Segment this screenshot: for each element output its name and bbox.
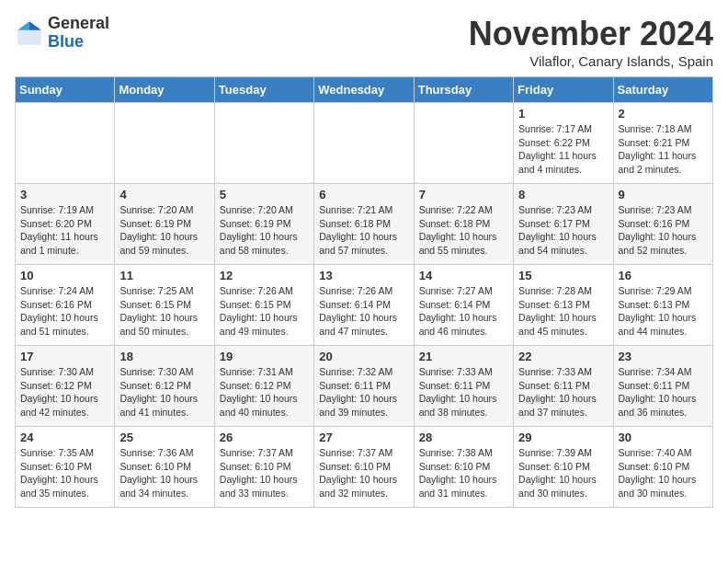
weekday-header-saturday: Saturday <box>613 77 712 103</box>
day-number: 16 <box>619 269 708 282</box>
day-info: Sunrise: 7:18 AMSunset: 6:21 PMDaylight:… <box>619 122 708 177</box>
calendar-cell: 4Sunrise: 7:20 AMSunset: 6:19 PMDaylight… <box>115 184 214 265</box>
location: Vilaflor, Canary Islands, Spain <box>469 53 713 69</box>
calendar-cell: 25Sunrise: 7:36 AMSunset: 6:10 PMDayligh… <box>115 427 214 508</box>
day-number: 13 <box>319 269 408 282</box>
day-number: 28 <box>419 431 508 444</box>
day-info: Sunrise: 7:35 AMSunset: 6:10 PMDaylight:… <box>20 446 109 500</box>
day-number: 17 <box>20 350 109 363</box>
day-number: 1 <box>518 107 608 121</box>
day-info: Sunrise: 7:24 AMSunset: 6:16 PMDaylight:… <box>20 284 109 339</box>
logo: General Blue <box>15 15 109 52</box>
weekday-header-monday: Monday <box>115 77 214 103</box>
day-info: Sunrise: 7:34 AMSunset: 6:11 PMDaylight:… <box>619 365 708 419</box>
title-block: November 2024 Vilaflor, Canary Islands, … <box>469 15 713 69</box>
calendar-cell: 10Sunrise: 7:24 AMSunset: 6:16 PMDayligh… <box>16 265 115 346</box>
day-number: 4 <box>119 188 209 201</box>
weekday-header-friday: Friday <box>514 77 613 103</box>
day-number: 15 <box>518 269 608 282</box>
day-info: Sunrise: 7:20 AMSunset: 6:19 PMDaylight:… <box>220 203 309 258</box>
calendar-cell: 19Sunrise: 7:31 AMSunset: 6:12 PMDayligh… <box>214 346 313 427</box>
day-info: Sunrise: 7:26 AMSunset: 6:14 PMDaylight:… <box>319 284 408 339</box>
month-title: November 2024 <box>469 15 713 53</box>
day-info: Sunrise: 7:19 AMSunset: 6:20 PMDaylight:… <box>20 203 109 258</box>
weekday-header-tuesday: Tuesday <box>214 77 313 103</box>
day-info: Sunrise: 7:37 AMSunset: 6:10 PMDaylight:… <box>220 446 309 500</box>
calendar-cell: 9Sunrise: 7:23 AMSunset: 6:16 PMDaylight… <box>613 184 712 265</box>
calendar-cell: 29Sunrise: 7:39 AMSunset: 6:10 PMDayligh… <box>514 427 613 508</box>
calendar-cell: 3Sunrise: 7:19 AMSunset: 6:20 PMDaylight… <box>16 184 115 265</box>
calendar-cell: 12Sunrise: 7:26 AMSunset: 6:15 PMDayligh… <box>214 265 313 346</box>
day-info: Sunrise: 7:25 AMSunset: 6:15 PMDaylight:… <box>119 284 209 339</box>
calendar-cell <box>214 103 313 184</box>
day-number: 11 <box>119 269 209 282</box>
calendar-cell <box>115 103 214 184</box>
calendar-cell: 8Sunrise: 7:23 AMSunset: 6:17 PMDaylight… <box>514 184 613 265</box>
day-info: Sunrise: 7:29 AMSunset: 6:13 PMDaylight:… <box>619 284 708 339</box>
day-number: 9 <box>619 188 708 201</box>
weekday-header-wednesday: Wednesday <box>314 77 414 103</box>
day-number: 6 <box>319 188 408 201</box>
calendar-cell: 21Sunrise: 7:33 AMSunset: 6:11 PMDayligh… <box>414 346 513 427</box>
calendar-cell: 15Sunrise: 7:28 AMSunset: 6:13 PMDayligh… <box>514 265 613 346</box>
weekday-header-sunday: Sunday <box>16 77 115 103</box>
calendar-cell: 6Sunrise: 7:21 AMSunset: 6:18 PMDaylight… <box>314 184 414 265</box>
day-number: 23 <box>619 350 708 363</box>
calendar-cell: 26Sunrise: 7:37 AMSunset: 6:10 PMDayligh… <box>214 427 313 508</box>
day-number: 26 <box>220 431 309 444</box>
day-info: Sunrise: 7:37 AMSunset: 6:10 PMDaylight:… <box>319 446 408 500</box>
calendar-cell: 17Sunrise: 7:30 AMSunset: 6:12 PMDayligh… <box>16 346 115 427</box>
calendar-cell: 2Sunrise: 7:18 AMSunset: 6:21 PMDaylight… <box>613 103 712 184</box>
day-number: 3 <box>20 188 109 201</box>
week-row-5: 24Sunrise: 7:35 AMSunset: 6:10 PMDayligh… <box>16 427 713 508</box>
day-number: 5 <box>220 188 309 201</box>
day-number: 10 <box>20 269 109 282</box>
calendar-cell: 30Sunrise: 7:40 AMSunset: 6:10 PMDayligh… <box>613 427 712 508</box>
day-number: 22 <box>518 350 608 363</box>
day-number: 24 <box>20 431 109 444</box>
calendar-cell: 7Sunrise: 7:22 AMSunset: 6:18 PMDaylight… <box>414 184 513 265</box>
day-number: 21 <box>419 350 508 363</box>
calendar-cell: 1Sunrise: 7:17 AMSunset: 6:22 PMDaylight… <box>514 103 613 184</box>
calendar-cell: 22Sunrise: 7:33 AMSunset: 6:11 PMDayligh… <box>514 346 613 427</box>
day-number: 12 <box>220 269 309 282</box>
day-number: 7 <box>419 188 508 201</box>
page-header: General Blue November 2024 Vilaflor, Can… <box>15 15 713 69</box>
day-info: Sunrise: 7:30 AMSunset: 6:12 PMDaylight:… <box>20 365 109 419</box>
day-info: Sunrise: 7:21 AMSunset: 6:18 PMDaylight:… <box>319 203 408 258</box>
calendar-cell <box>314 103 414 184</box>
week-row-1: 1Sunrise: 7:17 AMSunset: 6:22 PMDaylight… <box>16 103 713 184</box>
week-row-2: 3Sunrise: 7:19 AMSunset: 6:20 PMDaylight… <box>16 184 713 265</box>
day-number: 25 <box>119 431 209 444</box>
day-info: Sunrise: 7:17 AMSunset: 6:22 PMDaylight:… <box>518 122 608 177</box>
calendar-cell: 24Sunrise: 7:35 AMSunset: 6:10 PMDayligh… <box>16 427 115 508</box>
day-info: Sunrise: 7:27 AMSunset: 6:14 PMDaylight:… <box>419 284 508 339</box>
day-info: Sunrise: 7:30 AMSunset: 6:12 PMDaylight:… <box>119 365 209 419</box>
calendar-cell: 18Sunrise: 7:30 AMSunset: 6:12 PMDayligh… <box>115 346 214 427</box>
day-info: Sunrise: 7:28 AMSunset: 6:13 PMDaylight:… <box>518 284 608 339</box>
day-info: Sunrise: 7:36 AMSunset: 6:10 PMDaylight:… <box>119 446 209 500</box>
calendar-cell: 11Sunrise: 7:25 AMSunset: 6:15 PMDayligh… <box>115 265 214 346</box>
day-info: Sunrise: 7:23 AMSunset: 6:16 PMDaylight:… <box>619 203 708 258</box>
day-info: Sunrise: 7:23 AMSunset: 6:17 PMDaylight:… <box>518 203 608 258</box>
day-info: Sunrise: 7:33 AMSunset: 6:11 PMDaylight:… <box>419 365 508 419</box>
calendar-cell <box>414 103 513 184</box>
day-number: 27 <box>319 431 408 444</box>
calendar-cell: 28Sunrise: 7:38 AMSunset: 6:10 PMDayligh… <box>414 427 513 508</box>
day-info: Sunrise: 7:22 AMSunset: 6:18 PMDaylight:… <box>419 203 508 258</box>
day-number: 20 <box>319 350 408 363</box>
day-info: Sunrise: 7:31 AMSunset: 6:12 PMDaylight:… <box>220 365 309 419</box>
svg-marker-2 <box>17 21 29 30</box>
day-number: 29 <box>518 431 608 444</box>
day-number: 18 <box>119 350 209 363</box>
day-number: 14 <box>419 269 508 282</box>
day-number: 30 <box>619 431 708 444</box>
day-info: Sunrise: 7:20 AMSunset: 6:19 PMDaylight:… <box>119 203 209 258</box>
day-info: Sunrise: 7:32 AMSunset: 6:11 PMDaylight:… <box>319 365 408 419</box>
day-info: Sunrise: 7:39 AMSunset: 6:10 PMDaylight:… <box>518 446 608 500</box>
weekday-header-thursday: Thursday <box>414 77 513 103</box>
week-row-4: 17Sunrise: 7:30 AMSunset: 6:12 PMDayligh… <box>16 346 713 427</box>
day-number: 19 <box>220 350 309 363</box>
calendar-cell: 27Sunrise: 7:37 AMSunset: 6:10 PMDayligh… <box>314 427 414 508</box>
day-number: 2 <box>619 107 708 121</box>
